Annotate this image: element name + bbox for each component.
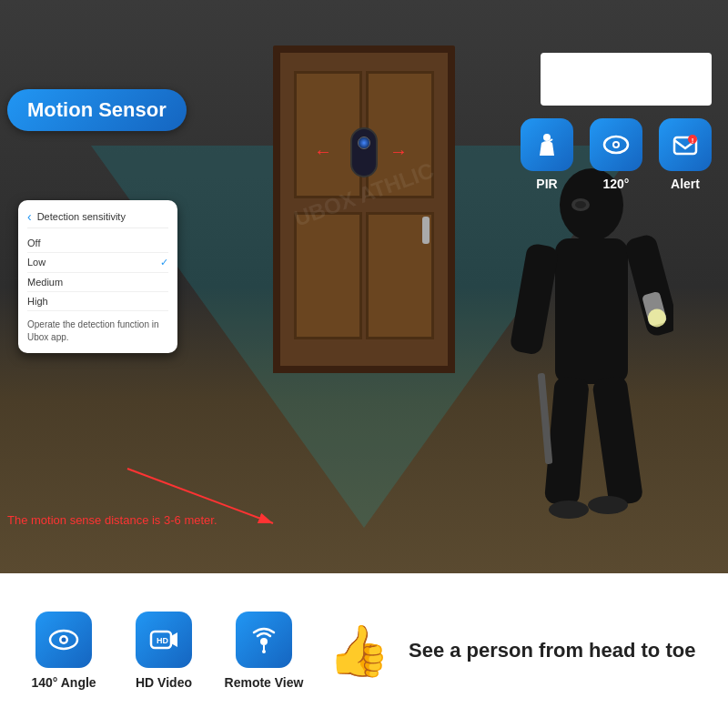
alert-label: Alert [671,177,700,191]
angle-140-label: 140° Angle [31,675,96,690]
app-row-medium: Medium [27,273,168,292]
app-row-off: Off [27,234,168,253]
angle-140-icon-box [35,612,92,668]
door [273,46,455,373]
pir-feature: PIR [521,118,573,191]
top-section: ← → Motion Sensor PIR [0,0,728,573]
app-row-high: High [27,292,168,311]
motion-sensor-badge: Motion Sensor [7,89,187,131]
sensitivity-off: Off [27,238,40,248]
door-frame [273,46,455,373]
svg-point-25 [62,638,66,642]
svg-rect-12 [509,243,559,356]
svg-rect-20 [538,373,553,464]
pir-icon-box [521,118,573,171]
doorbell-lens [358,136,370,149]
top-feature-icons: PIR 120° ! Alert [521,118,712,191]
angle-feature: 120° [590,118,642,191]
svg-text:!: ! [692,136,694,145]
arrow-left: ← [314,141,332,162]
angle-label: 120° [603,177,630,191]
pir-icon [532,130,561,159]
alert-icon: ! [671,130,700,159]
svg-point-0 [543,134,551,141]
app-row-low: Low ✓ [27,253,168,273]
svg-rect-13 [623,233,673,338]
eye-icon [47,623,80,656]
svg-point-29 [262,650,266,653]
hd-video-label: HD Video [136,675,192,690]
alert-icon-box: ! [659,118,712,171]
hd-video-icon-box: HD [136,612,192,668]
see-person-text: See a person from head to toe [409,638,710,664]
bottom-section: 140° Angle HD HD Video Remote View 👍 See… [0,573,728,728]
sensitivity-high: High [27,296,48,307]
motion-sensor-label: Motion Sensor [27,98,167,121]
svg-point-18 [549,500,589,519]
svg-point-19 [588,496,628,514]
svg-rect-17 [592,375,643,506]
pir-label: PIR [536,177,557,191]
check-mark: ✓ [160,257,168,268]
svg-point-28 [260,638,268,645]
distance-arrow [118,460,300,532]
arrow-right: → [389,141,408,162]
app-description: Operate the detection function in Ubox a… [27,318,168,344]
app-back-arrow: ‹ [27,209,32,224]
feature-hd-video: HD HD Video [118,612,209,690]
intruder-figure [473,155,673,546]
remote-view-label: Remote View [225,675,304,690]
sensitivity-low: Low [27,257,46,268]
sensitivity-medium: Medium [27,277,63,288]
angle-icon [602,130,631,159]
door-handle [422,217,430,244]
door-panel-bl [294,212,362,339]
svg-rect-11 [555,238,628,384]
remote-view-icon-box [236,612,292,668]
app-header: ‹ Detection sensitivity [27,209,168,228]
svg-point-4 [614,143,618,147]
alert-feature: ! Alert [659,118,712,191]
svg-rect-16 [544,376,590,506]
app-title: Detection sensitivity [37,211,126,222]
doorbell-camera [350,127,378,177]
feature-remote-view: Remote View [218,612,309,690]
svg-text:HD: HD [157,636,168,645]
white-cover-rect [541,53,712,106]
svg-line-22 [127,469,273,523]
thumbs-up-emoji: 👍 [328,622,390,681]
hd-icon: HD [147,623,180,656]
feature-140-angle: 140° Angle [18,612,109,690]
app-screenshot: ‹ Detection sensitivity Off Low ✓ Medium… [18,200,177,353]
wifi-location-icon [248,623,280,656]
svg-point-10 [575,201,586,208]
angle-icon-box [590,118,642,171]
